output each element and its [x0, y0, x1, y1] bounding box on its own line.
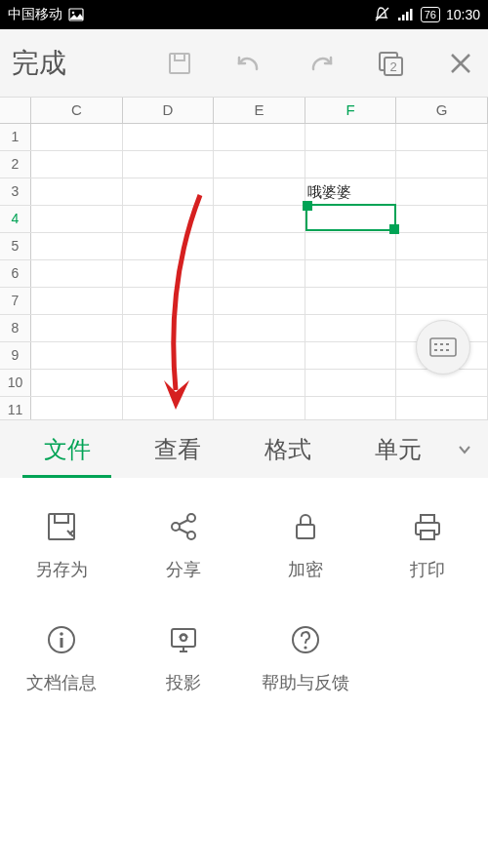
action-print[interactable]: 打印 — [374, 507, 481, 581]
cell[interactable] — [396, 124, 488, 150]
cell-f3[interactable]: 哦婆婆 — [305, 178, 397, 205]
copies-button[interactable]: 2 — [375, 48, 406, 79]
svg-rect-19 — [440, 349, 443, 351]
cell[interactable] — [31, 342, 123, 369]
row-header[interactable]: 7 — [0, 288, 31, 314]
cell[interactable] — [31, 124, 123, 150]
cell[interactable] — [396, 151, 488, 178]
cell[interactable] — [123, 233, 215, 259]
done-button[interactable]: 完成 — [12, 45, 66, 82]
cell[interactable] — [214, 178, 305, 205]
tab-format[interactable]: 格式 — [232, 420, 343, 478]
undo-button[interactable] — [234, 48, 265, 79]
cell[interactable] — [214, 124, 305, 150]
tab-more[interactable] — [453, 445, 476, 454]
cell[interactable] — [123, 178, 215, 205]
cell[interactable] — [305, 233, 397, 259]
cell[interactable] — [123, 288, 215, 314]
cell[interactable] — [305, 151, 397, 178]
row-header[interactable]: 1 — [0, 124, 31, 150]
svg-point-33 — [60, 632, 63, 636]
row-header[interactable]: 2 — [0, 151, 31, 178]
cell[interactable] — [31, 288, 123, 314]
cell[interactable] — [396, 260, 488, 287]
cell[interactable] — [396, 233, 488, 259]
action-encrypt[interactable]: 加密 — [252, 507, 359, 581]
cell[interactable] — [31, 206, 123, 232]
action-docinfo[interactable]: 文档信息 — [8, 620, 115, 694]
svg-point-40 — [304, 646, 306, 649]
tab-view[interactable]: 查看 — [122, 420, 232, 478]
cell[interactable] — [123, 342, 215, 369]
cell[interactable] — [31, 178, 123, 205]
row-header[interactable]: 10 — [0, 370, 31, 396]
cell[interactable] — [31, 370, 123, 396]
cell[interactable] — [31, 151, 123, 178]
cell[interactable] — [214, 342, 305, 369]
cell[interactable] — [305, 370, 397, 396]
cell[interactable] — [396, 206, 488, 232]
tab-cell[interactable]: 单元 — [343, 420, 453, 478]
spreadsheet[interactable]: C D E F G 1 2 3哦婆婆 4 5 6 7 8 9 10 11 12 — [0, 98, 488, 452]
cell[interactable] — [305, 260, 397, 287]
mute-icon — [374, 6, 391, 23]
action-share[interactable]: 分享 — [130, 507, 237, 581]
action-cast[interactable]: 投影 — [130, 620, 237, 694]
svg-rect-21 — [49, 514, 74, 539]
save-button[interactable] — [164, 48, 195, 79]
row-header[interactable]: 9 — [0, 342, 31, 369]
action-help[interactable]: 帮助与反馈 — [252, 620, 359, 694]
cell[interactable] — [214, 315, 305, 341]
cell[interactable] — [396, 288, 488, 314]
action-saveas[interactable]: 另存为 — [8, 507, 115, 581]
lock-icon — [286, 507, 325, 546]
col-header-d[interactable]: D — [123, 98, 215, 123]
column-headers: C D E F G — [0, 98, 488, 124]
col-header-f[interactable]: F — [305, 98, 397, 123]
tab-file[interactable]: 文件 — [12, 420, 122, 478]
cell[interactable] — [123, 260, 215, 287]
cell[interactable] — [214, 370, 305, 396]
help-icon — [286, 620, 325, 659]
cell[interactable] — [214, 288, 305, 314]
cell[interactable] — [31, 233, 123, 259]
keyboard-fab[interactable] — [416, 320, 470, 375]
cell[interactable] — [214, 206, 305, 232]
svg-text:2: 2 — [389, 59, 396, 74]
cell[interactable] — [214, 260, 305, 287]
row-header[interactable]: 5 — [0, 233, 31, 259]
svg-rect-34 — [60, 638, 62, 648]
action-label: 另存为 — [35, 558, 88, 581]
cell[interactable] — [123, 124, 215, 150]
close-button[interactable] — [445, 48, 476, 79]
svg-rect-3 — [398, 18, 401, 20]
redo-button[interactable] — [305, 48, 336, 79]
cell[interactable] — [214, 151, 305, 178]
cell[interactable] — [31, 260, 123, 287]
cell[interactable] — [123, 206, 215, 232]
row-header[interactable]: 6 — [0, 260, 31, 287]
cell[interactable] — [123, 315, 215, 341]
cell[interactable] — [305, 315, 397, 341]
action-label: 文档信息 — [26, 671, 97, 694]
cell[interactable] — [396, 178, 488, 205]
cell[interactable] — [305, 124, 397, 150]
sheet-body[interactable]: 1 2 3哦婆婆 4 5 6 7 8 9 10 11 12 — [0, 124, 488, 452]
cell[interactable] — [214, 233, 305, 259]
row-header[interactable]: 4 — [0, 206, 31, 232]
col-header-e[interactable]: E — [214, 98, 305, 123]
cell-f4[interactable] — [305, 206, 397, 232]
row-header[interactable]: 3 — [0, 178, 31, 205]
cell[interactable] — [305, 342, 397, 369]
cell[interactable] — [31, 315, 123, 341]
cell[interactable] — [123, 151, 215, 178]
cell[interactable] — [305, 288, 397, 314]
row-header[interactable]: 8 — [0, 315, 31, 341]
corner-cell[interactable] — [0, 98, 31, 123]
cell[interactable] — [123, 370, 215, 396]
svg-line-27 — [179, 529, 188, 533]
share-icon — [164, 507, 203, 546]
col-header-c[interactable]: C — [31, 98, 123, 123]
print-icon — [408, 507, 447, 546]
col-header-g[interactable]: G — [396, 98, 488, 123]
